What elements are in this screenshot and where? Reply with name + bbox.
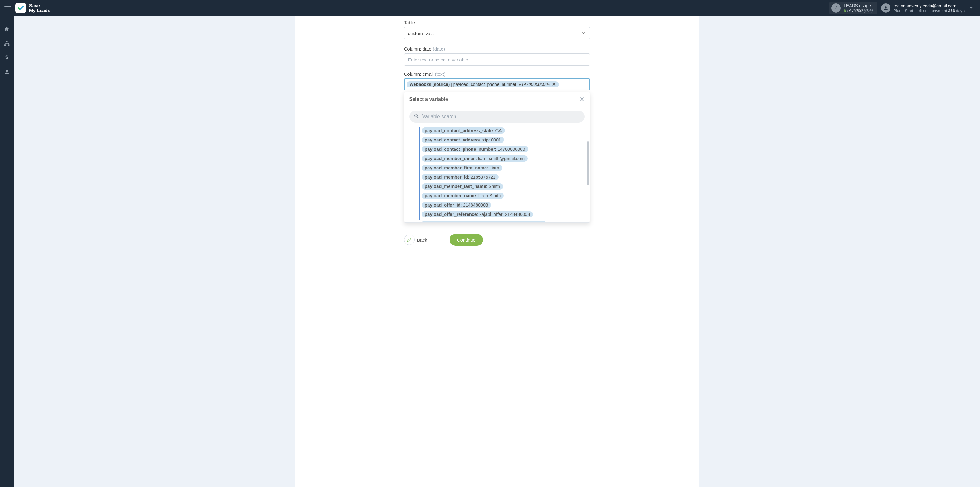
back-button[interactable]: Back bbox=[404, 235, 427, 245]
dollar-icon[interactable] bbox=[4, 54, 10, 62]
usage-used: 6 bbox=[844, 8, 846, 13]
close-icon[interactable]: ✕ bbox=[579, 96, 585, 103]
column-email-label: Column: email (text) bbox=[404, 71, 590, 77]
header-chevron-down-icon[interactable] bbox=[967, 5, 976, 11]
dropdown-title: Select a variable bbox=[409, 96, 448, 102]
usage-label: LEADS usage: bbox=[844, 3, 873, 8]
svg-rect-1 bbox=[6, 41, 8, 42]
column-date-label: Column: date (date) bbox=[404, 46, 590, 51]
variable-option[interactable]: payload_member_last_name: Smith bbox=[422, 183, 503, 190]
scrollbar-thumb[interactable] bbox=[587, 141, 589, 185]
avatar-icon bbox=[881, 3, 891, 13]
user-email: regina.savemyleads@gmail.com bbox=[894, 3, 964, 8]
search-icon bbox=[414, 113, 419, 120]
user-icon[interactable] bbox=[4, 69, 10, 76]
logo-text: Save My Leads. bbox=[29, 3, 52, 13]
variable-tag: Webhooks (source) | payload_contact_phon… bbox=[407, 81, 559, 88]
variable-option[interactable]: payload_member_first_name: Liam bbox=[422, 165, 502, 171]
info-icon: i bbox=[831, 3, 841, 13]
svg-rect-3 bbox=[8, 44, 9, 46]
svg-rect-2 bbox=[4, 44, 6, 46]
chevron-down-icon bbox=[582, 31, 586, 36]
tag-remove-icon[interactable]: ✕ bbox=[552, 82, 556, 87]
back-label: Back bbox=[417, 237, 427, 243]
table-select[interactable]: custom_vals bbox=[404, 27, 590, 39]
variable-option[interactable]: payload_member_name: Liam Smith bbox=[422, 193, 504, 199]
edit-icon bbox=[404, 235, 415, 245]
top-header: Save My Leads. i LEADS usage: 6 of 2'000… bbox=[0, 0, 980, 16]
usage-box: i LEADS usage: 6 of 2'000 (0%) bbox=[829, 2, 877, 14]
variable-option[interactable]: payload_contact_phone_number: 1470000000… bbox=[422, 146, 528, 152]
variable-option[interactable]: payload_offer_title: Python Programming … bbox=[422, 220, 546, 222]
usage-pct: (0%) bbox=[864, 8, 873, 13]
home-icon[interactable] bbox=[4, 26, 10, 34]
checkmark-icon bbox=[18, 5, 24, 11]
variable-option[interactable]: payload_contact_address_zip: 0001 bbox=[422, 137, 504, 143]
variable-option[interactable]: payload_offer_id: 2148480008 bbox=[422, 202, 492, 208]
variable-option[interactable]: payload_member_id: 2185375721 bbox=[422, 174, 499, 180]
column-email-input[interactable]: Webhooks (source) | payload_contact_phon… bbox=[404, 78, 590, 90]
table-select-value: custom_vals bbox=[408, 31, 434, 36]
continue-button[interactable]: Continue bbox=[450, 234, 483, 246]
svg-point-5 bbox=[415, 114, 417, 117]
variable-dropdown: Select a variable ✕ payload_contact_addr… bbox=[404, 91, 590, 223]
form-card: Table custom_vals Column: date (date) Co… bbox=[295, 16, 699, 487]
logo-badge bbox=[16, 3, 26, 13]
svg-point-4 bbox=[6, 70, 8, 72]
sidebar bbox=[0, 16, 14, 487]
svg-point-0 bbox=[885, 6, 887, 8]
variable-option[interactable]: payload_member_email: liam_smith@gmail.c… bbox=[422, 155, 528, 161]
usage-total: 2'000 bbox=[852, 8, 862, 13]
variable-list: payload_contact_address_state: GApayload… bbox=[404, 126, 590, 222]
sitemap-icon[interactable] bbox=[4, 40, 10, 48]
user-plan: Plan | Start | left until payment 366 da… bbox=[894, 8, 964, 13]
usage-of-word: of bbox=[847, 8, 851, 13]
variable-option[interactable]: payload_contact_address_state: GA bbox=[422, 128, 505, 134]
variable-search-input[interactable] bbox=[409, 111, 585, 123]
table-label: Table bbox=[404, 20, 590, 25]
variable-option[interactable]: payload_offer_reference: kajabi_offer_21… bbox=[422, 211, 533, 217]
main-area: Table custom_vals Column: date (date) Co… bbox=[14, 16, 980, 487]
menu-toggle-icon[interactable] bbox=[4, 5, 11, 11]
column-date-input[interactable] bbox=[404, 53, 590, 66]
user-block[interactable]: regina.savemyleads@gmail.com Plan | Star… bbox=[881, 3, 964, 13]
